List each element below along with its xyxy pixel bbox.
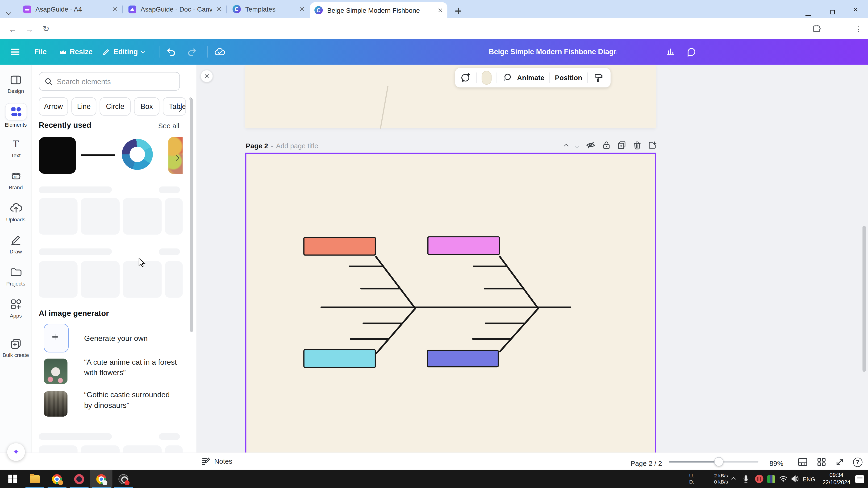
- tab-search-chevron-icon[interactable]: [7, 7, 10, 17]
- forward-icon[interactable]: →: [23, 23, 36, 35]
- tray-expand-button[interactable]: [732, 470, 735, 488]
- sidebar-item-text[interactable]: T Text: [0, 137, 32, 166]
- fishbone-rib[interactable]: [485, 323, 525, 324]
- fishbone-box-top-left[interactable]: [303, 237, 376, 256]
- paint-roller-icon[interactable]: [593, 73, 602, 83]
- recent-element-line[interactable]: [81, 154, 115, 156]
- fullscreen-icon[interactable]: [834, 456, 845, 467]
- recent-element-black-square[interactable]: [39, 137, 76, 174]
- ai-prompt-cat-thumbnail[interactable]: [44, 359, 67, 384]
- tab-close-icon[interactable]: [300, 7, 305, 11]
- obs-button[interactable]: [112, 470, 134, 488]
- volume-tray-icon[interactable]: [791, 470, 799, 488]
- search-input[interactable]: [57, 77, 174, 85]
- fishbone-box-bottom-left[interactable]: [303, 349, 376, 368]
- clock[interactable]: 09:3422/10/2024: [820, 470, 853, 488]
- fishbone-diagonal-top-left[interactable]: [375, 255, 416, 309]
- app-tray-icon[interactable]: [767, 470, 775, 488]
- file-explorer-button[interactable]: [24, 470, 46, 488]
- see-all-link[interactable]: See all: [158, 121, 180, 131]
- zoom-slider[interactable]: [669, 461, 758, 462]
- window-close-button[interactable]: [853, 6, 859, 15]
- notes-button[interactable]: Notes: [202, 457, 232, 466]
- fishbone-rib[interactable]: [361, 288, 400, 289]
- notification-center-button[interactable]: [855, 470, 864, 488]
- undo-button[interactable]: [166, 39, 176, 65]
- browser-tab-2[interactable]: AsapGuide - Doc - Canva: [124, 0, 226, 18]
- grid-view-icon[interactable]: [816, 456, 827, 467]
- wifi-tray-icon[interactable]: [779, 470, 788, 488]
- move-page-up-icon[interactable]: [565, 141, 568, 149]
- lock-page-icon[interactable]: [603, 141, 610, 149]
- fishbone-rib[interactable]: [349, 266, 383, 267]
- comment-add-icon[interactable]: [461, 72, 471, 83]
- search-elements-box[interactable]: [39, 72, 180, 91]
- sidebar-item-design[interactable]: Design: [0, 73, 32, 102]
- back-icon[interactable]: ←: [7, 23, 19, 35]
- delete-page-icon[interactable]: [633, 141, 641, 149]
- main-menu-button[interactable]: [11, 39, 19, 65]
- language-indicator[interactable]: ENG: [803, 470, 815, 488]
- ai-prompt-castle-thumbnail[interactable]: [44, 391, 67, 417]
- comments-button[interactable]: [686, 39, 696, 65]
- page-title-placeholder[interactable]: Add page title: [276, 142, 318, 150]
- tab-close-icon[interactable]: [217, 7, 221, 11]
- sidebar-item-projects[interactable]: Projects: [0, 266, 32, 294]
- fishbone-spine[interactable]: [320, 306, 571, 308]
- save-status-button[interactable]: [214, 39, 225, 65]
- sidebar-item-brand[interactable]: co Brand: [0, 169, 32, 198]
- duplicate-page-icon[interactable]: [617, 141, 626, 149]
- tab-close-icon[interactable]: [438, 8, 443, 13]
- pause-tray-icon[interactable]: [755, 470, 763, 488]
- fishbone-rib[interactable]: [472, 338, 511, 340]
- fishbone-box-bottom-right[interactable]: [427, 350, 499, 367]
- sidebar-item-bulk-create[interactable]: Bulk create: [0, 337, 32, 366]
- magic-assistant-button[interactable]: ✦: [7, 443, 25, 461]
- ai-prompt-castle-text[interactable]: “Gothic castle surrounded by dinosaurs”: [84, 389, 177, 411]
- fishbone-diagonal-top-right[interactable]: [499, 255, 539, 309]
- new-tab-button[interactable]: [455, 6, 461, 16]
- fishbone-rib[interactable]: [363, 323, 402, 324]
- filter-chip-box[interactable]: Box: [134, 97, 159, 116]
- filter-chip-table[interactable]: Table: [163, 97, 186, 116]
- position-button[interactable]: Position: [555, 74, 582, 82]
- zoom-slider-thumb[interactable]: [714, 457, 724, 466]
- chips-scroll-right-icon[interactable]: [178, 103, 181, 113]
- chrome-profile1-button[interactable]: [46, 470, 68, 488]
- fishbone-rib[interactable]: [484, 288, 524, 289]
- tab-close-icon[interactable]: [112, 7, 117, 11]
- resize-button[interactable]: Resize: [60, 39, 92, 65]
- fishbone-diagonal-bottom-right[interactable]: [499, 307, 539, 353]
- browser-tab-1[interactable]: AsapGuide - A4: [19, 0, 122, 18]
- chrome-profile2-button-active[interactable]: [90, 470, 113, 488]
- insights-button[interactable]: [666, 39, 675, 65]
- page-2-canvas[interactable]: [245, 153, 656, 453]
- start-button[interactable]: [2, 470, 24, 488]
- redo-button[interactable]: [187, 39, 197, 65]
- panel-close-button[interactable]: [200, 70, 213, 83]
- sidebar-item-apps[interactable]: Apps: [0, 298, 32, 326]
- recent-scroll-right-icon[interactable]: [174, 152, 178, 162]
- sidebar-item-draw[interactable]: Draw: [0, 233, 32, 262]
- canvas-scrollbar[interactable]: [863, 226, 866, 372]
- microphone-tray-icon[interactable]: [743, 470, 749, 488]
- zoom-percent[interactable]: 89%: [769, 458, 783, 468]
- recorder-app-button[interactable]: [68, 470, 90, 488]
- window-minimize-button[interactable]: [805, 8, 811, 18]
- add-page-icon[interactable]: [648, 141, 656, 149]
- animate-button[interactable]: Animate: [517, 74, 545, 82]
- fishbone-rib[interactable]: [350, 338, 389, 340]
- generate-your-own-tile[interactable]: [44, 324, 69, 352]
- reload-icon[interactable]: ↻: [40, 23, 52, 35]
- panel-scrollbar[interactable]: [190, 99, 193, 332]
- help-button[interactable]: ?: [852, 456, 863, 467]
- design-title[interactable]: Beige Simple Modern Fishbone Diagram: [489, 39, 617, 65]
- browser-tab-3[interactable]: C Templates: [228, 0, 309, 18]
- fishbone-diagonal-bottom-left[interactable]: [375, 307, 416, 355]
- hide-page-icon[interactable]: [586, 141, 596, 149]
- browser-tab-active[interactable]: C Beige Simple Modern Fishbone: [310, 2, 447, 18]
- pages-view-icon[interactable]: [797, 456, 808, 467]
- generate-your-own-label[interactable]: Generate your own: [84, 334, 148, 343]
- fishbone-box-top-right[interactable]: [427, 236, 500, 255]
- recent-element-donut-chart[interactable]: [122, 139, 153, 170]
